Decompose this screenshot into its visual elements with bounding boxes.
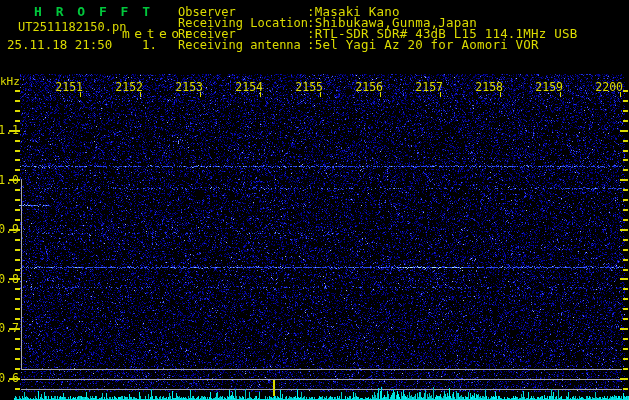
freq-label: 0.7 <box>0 321 19 335</box>
page-counter: 1. <box>142 39 157 51</box>
freq-label: 0.8 <box>0 272 19 286</box>
receiving-antenna-value: :5el Yagi Az 20 for Aomori VOR <box>307 39 539 51</box>
time-label: 2153 <box>175 80 203 94</box>
freq-label: 0.9 <box>0 222 19 236</box>
time-label: 2156 <box>355 80 383 94</box>
freq-label: 0.6 <box>0 371 19 385</box>
time-label: 2158 <box>475 80 503 94</box>
capture-datetime: 25.11.18 21:50 <box>7 39 112 51</box>
time-label: 2159 <box>535 80 563 94</box>
time-label: 2200 <box>595 80 623 94</box>
time-label: 2155 <box>295 80 323 94</box>
time-label: 2152 <box>115 80 143 94</box>
freq-unit-label: kHz <box>0 76 20 88</box>
time-label: 2151 <box>55 80 83 94</box>
time-label: 2157 <box>415 80 443 94</box>
freq-label: 1.1 <box>0 123 19 137</box>
capture-filename: UT2511182150.pn <box>18 21 126 33</box>
freq-label: 1.0 <box>0 173 19 187</box>
app-title: H R O F F T <box>34 6 153 18</box>
spectrogram-canvas <box>0 0 629 400</box>
hrofft-window: H R O F F T UT2511182150.pn meteor 25.11… <box>0 0 629 400</box>
receiving-antenna-label: Receiving antenna <box>178 39 301 51</box>
time-label: 2154 <box>235 80 263 94</box>
